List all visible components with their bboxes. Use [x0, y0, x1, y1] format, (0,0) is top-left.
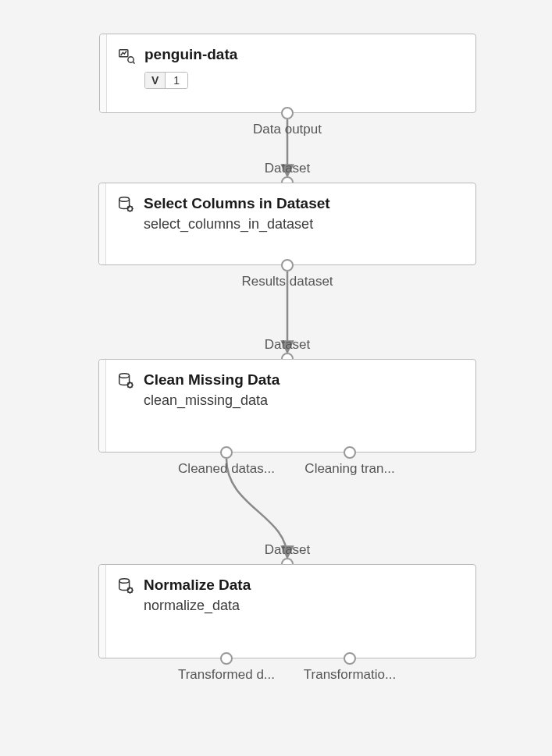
version-letter: V	[145, 73, 166, 88]
node-select-columns[interactable]: Select Columns in Dataset select_columns…	[98, 183, 476, 265]
port-label: Data output	[253, 122, 322, 137]
node-accent-bar	[99, 565, 106, 658]
node-title: penguin-data	[144, 45, 463, 64]
port-label: Dataset	[265, 161, 311, 176]
version-badge: V 1	[144, 72, 188, 89]
port-clean-out-2[interactable]	[344, 446, 356, 459]
node-subtitle: clean_missing_data	[144, 391, 463, 410]
port-normalize-out-1[interactable]	[220, 652, 233, 665]
port-label: Results dataset	[241, 274, 333, 289]
svg-line-2	[133, 62, 134, 63]
node-penguin-data[interactable]: penguin-data V 1	[99, 34, 476, 113]
port-label: Transformatio...	[304, 667, 396, 683]
pipeline-canvas[interactable]: penguin-data V 1 Data output Dataset	[0, 0, 552, 756]
svg-point-4	[128, 207, 133, 211]
node-accent-bar	[99, 183, 106, 264]
port-label: Dataset	[265, 337, 311, 353]
module-icon	[117, 372, 134, 392]
node-normalize-data[interactable]: Normalize Data normalize_data	[98, 564, 476, 658]
node-title: Normalize Data	[144, 576, 463, 595]
svg-point-7	[119, 579, 130, 584]
port-select-out[interactable]	[281, 259, 294, 272]
port-label: Transformed d...	[178, 667, 275, 683]
node-subtitle: select_columns_in_dataset	[144, 215, 463, 233]
svg-point-3	[119, 197, 130, 202]
port-clean-out-1[interactable]	[220, 446, 233, 459]
node-title: Select Columns in Dataset	[144, 194, 463, 213]
port-label: Cleaned datas...	[178, 461, 275, 477]
dataset-icon	[118, 47, 135, 67]
module-icon	[117, 577, 134, 598]
svg-point-8	[128, 588, 133, 593]
svg-point-5	[119, 374, 130, 378]
version-number: 1	[166, 73, 187, 88]
port-normalize-out-2[interactable]	[344, 652, 356, 665]
svg-point-6	[128, 383, 133, 388]
node-title: Clean Missing Data	[144, 371, 463, 389]
node-accent-bar	[99, 360, 106, 452]
port-label: Cleaning tran...	[304, 461, 394, 477]
svg-point-1	[128, 57, 134, 62]
node-subtitle: normalize_data	[144, 596, 463, 615]
node-accent-bar	[100, 34, 107, 112]
port-label: Dataset	[265, 542, 311, 558]
module-icon	[117, 196, 134, 216]
port-penguin-out[interactable]	[281, 107, 294, 119]
node-clean-missing-data[interactable]: Clean Missing Data clean_missing_data	[98, 359, 476, 453]
